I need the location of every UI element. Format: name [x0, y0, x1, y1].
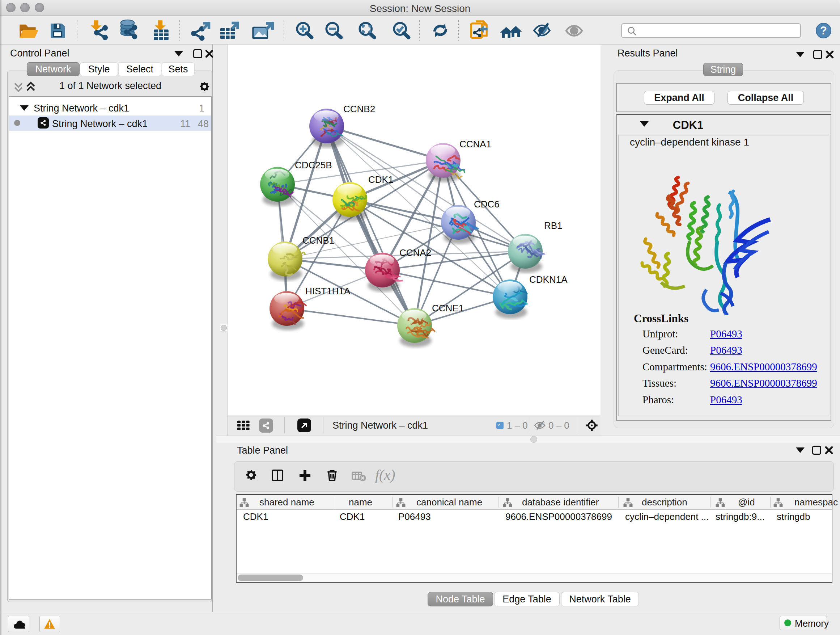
svg-text:CCNE1: CCNE1 — [432, 302, 464, 314]
svg-text:CDKN1A: CDKN1A — [529, 274, 568, 285]
svg-text:CCNA2: CCNA2 — [399, 247, 431, 258]
svg-text:CDC25B: CDC25B — [295, 160, 332, 171]
svg-text:CCNB2: CCNB2 — [343, 103, 375, 114]
svg-text:CCNA1: CCNA1 — [459, 139, 491, 149]
svg-text:RB1: RB1 — [544, 220, 562, 231]
svg-text:HIST1H1A: HIST1H1A — [305, 286, 351, 296]
svg-text:CCNB1: CCNB1 — [302, 235, 334, 246]
svg-text:CDC6: CDC6 — [474, 199, 500, 210]
svg-text:CDK1: CDK1 — [368, 174, 393, 185]
